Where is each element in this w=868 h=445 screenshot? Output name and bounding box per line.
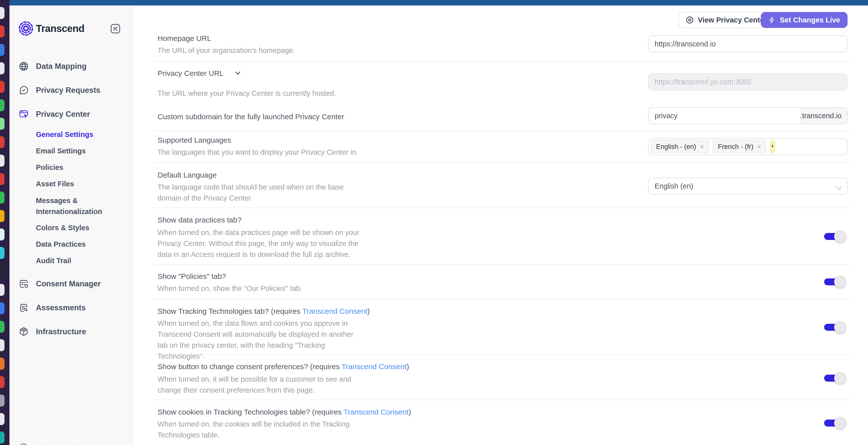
custom-subdomain-input[interactable]: [649, 108, 801, 124]
setting-label: Show button to change consent preference…: [158, 362, 487, 372]
sidebar-nav: Data Mapping Privacy Requests Privacy Ce…: [9, 54, 132, 344]
label-text: Show Tracking Technologies tab? (require…: [158, 307, 302, 315]
remove-chip-icon[interactable]: ×: [757, 143, 761, 151]
toggle-knob: [834, 321, 846, 333]
default-language-select[interactable]: English (en): [648, 178, 847, 195]
document-search-icon: [19, 303, 29, 313]
live-view-icon: [686, 16, 694, 24]
dock-app-icon[interactable]: [0, 321, 4, 333]
setting-row-show-data-practices: Show data practices tab? When turned on,…: [133, 208, 868, 265]
dock-app-icon[interactable]: [0, 229, 4, 240]
dock-app-icon[interactable]: [0, 265, 4, 277]
dock-app-icon[interactable]: [0, 136, 4, 148]
main-content: View Privacy Center Set Changes Live Hom…: [133, 5, 868, 445]
set-changes-live-button[interactable]: Set Changes Live: [761, 12, 847, 28]
dock-app-icon[interactable]: [0, 210, 4, 222]
sidebar-item-data-mapping[interactable]: Data Mapping: [9, 54, 132, 78]
sidebar-subitem-asset-files[interactable]: Asset Files: [36, 176, 132, 192]
sidebar-subitem-audit-trail[interactable]: Audit Trail: [36, 253, 132, 269]
dock-app-icon[interactable]: [0, 118, 4, 130]
os-dock[interactable]: [0, 0, 9, 445]
dock-app-icon[interactable]: [0, 432, 4, 444]
sidebar-item-assessments[interactable]: Assessments: [9, 296, 132, 320]
dock-app-icon[interactable]: [0, 62, 4, 74]
chat-check-icon: [19, 85, 29, 95]
sidebar-item-consent-manager[interactable]: Consent Manager: [9, 272, 132, 296]
dock-app-icon[interactable]: [0, 81, 4, 93]
sidebar-subitem-email-settings[interactable]: Email Settings: [36, 143, 132, 159]
show-data-practices-toggle[interactable]: [824, 231, 846, 242]
sidebar-item-label: Consent Manager: [36, 279, 101, 288]
show-policies-toggle[interactable]: [824, 276, 846, 288]
dock-app-icon[interactable]: [0, 191, 4, 204]
sidebar-item-label: Data Mapping: [36, 62, 87, 71]
setting-row-homepage-url: Homepage URL The URL of your organizatio…: [133, 29, 868, 62]
toggle-knob: [834, 417, 846, 429]
setting-label: Supported Languages: [158, 135, 231, 145]
sidebar-item-infrastructure[interactable]: Infrastructure: [9, 320, 132, 344]
dock-app-icon[interactable]: [0, 376, 4, 388]
sidebar-subitem-colors-styles[interactable]: Colors & Styles: [36, 219, 132, 236]
setting-label: Show data practices tab?: [158, 215, 242, 225]
setting-row-default-language: Default Language The language code that …: [133, 162, 868, 208]
view-privacy-center-label: View Privacy Center: [698, 16, 767, 24]
sidebar-item-label: Infrastructure: [36, 327, 86, 336]
setting-label: Show cookies in Tracking Technologies ta…: [158, 407, 487, 417]
label-text: Show cookies in Tracking Technologies ta…: [158, 408, 343, 416]
show-tracking-technologies-toggle[interactable]: [824, 321, 846, 333]
brand-name: Transcend: [36, 23, 85, 34]
dock-app-icon[interactable]: [0, 173, 4, 185]
setting-description: When turned on, the data practices page …: [158, 227, 363, 260]
dock-app-icon[interactable]: [0, 155, 4, 167]
homepage-url-input[interactable]: [648, 35, 847, 52]
custom-subdomain-input-group: .transcend.io: [648, 107, 847, 124]
chevron-down-icon: [836, 184, 842, 190]
dock-app-icon[interactable]: [0, 413, 4, 425]
view-privacy-center-button[interactable]: View Privacy Center: [678, 12, 774, 28]
sidebar-item-privacy-requests[interactable]: Privacy Requests: [9, 78, 132, 102]
supported-languages-input[interactable]: English - (en) × French - (fr) ×: [648, 138, 847, 155]
dock-app-icon[interactable]: [0, 358, 4, 370]
privacy-center-subnav: General Settings Email Settings Policies…: [9, 126, 132, 269]
dock-app-icon[interactable]: [0, 99, 4, 111]
app-window: Transcend Data Mapping Privacy Requests: [0, 0, 868, 445]
browser-cursor-icon: [19, 109, 29, 119]
setting-label: Homepage URL: [158, 33, 211, 43]
dock-app-icon[interactable]: [0, 395, 4, 407]
dock-app-icon[interactable]: [0, 247, 4, 259]
label-text: Show button to change consent preference…: [158, 362, 342, 371]
dock-app-icon[interactable]: [0, 44, 4, 56]
remove-chip-icon[interactable]: ×: [700, 143, 704, 151]
language-chip-french: French - (fr) ×: [713, 140, 766, 153]
dock-app-icon[interactable]: [0, 7, 4, 19]
chevron-down-icon[interactable]: [235, 70, 241, 76]
setting-description: When turned on, the cookies will be incl…: [158, 419, 363, 441]
dock-app-icon[interactable]: [0, 339, 4, 351]
change-consent-preferences-toggle[interactable]: [824, 372, 846, 384]
setting-row-show-cookies: Show cookies in Tracking Technologies ta…: [133, 400, 868, 445]
sidebar-item-label: Privacy Center: [36, 110, 90, 119]
transcend-consent-link[interactable]: Transcend Consent: [342, 362, 407, 371]
brand-header: Transcend: [9, 5, 132, 53]
dock-app-icon[interactable]: [0, 25, 4, 37]
sidebar-subitem-policies[interactable]: Policies: [36, 159, 132, 176]
ask-a-question[interactable]: Ask a question: [19, 443, 89, 445]
privacy-center-url-input[interactable]: [648, 73, 847, 90]
dock-app-icon[interactable]: [0, 302, 4, 314]
privacy-center-url-label: Privacy Center URL: [158, 69, 224, 77]
language-chip-english: English - (en) ×: [651, 140, 709, 153]
collapse-sidebar-icon[interactable]: [110, 23, 121, 34]
setting-row-change-consent-preferences: Show button to change consent preference…: [133, 355, 868, 400]
setting-description: The URL where your Privacy Center is cur…: [158, 88, 437, 99]
transcend-consent-link[interactable]: Transcend Consent: [302, 307, 367, 315]
sidebar-subitem-data-practices[interactable]: Data Practices: [36, 236, 132, 253]
sidebar-subitem-messages-internationalization[interactable]: Messages & Internationalization: [36, 192, 132, 219]
show-cookies-toggle[interactable]: [824, 417, 846, 429]
cube-icon: [19, 327, 29, 337]
transcend-logo-icon: [19, 21, 33, 36]
dock-app-icon[interactable]: [0, 284, 4, 296]
sidebar-subitem-general-settings[interactable]: General Settings: [36, 126, 132, 143]
sidebar-item-privacy-center[interactable]: Privacy Center: [9, 102, 132, 126]
setting-row-supported-languages: Supported Languages The languages that y…: [133, 131, 868, 162]
transcend-consent-link[interactable]: Transcend Consent: [343, 408, 409, 416]
